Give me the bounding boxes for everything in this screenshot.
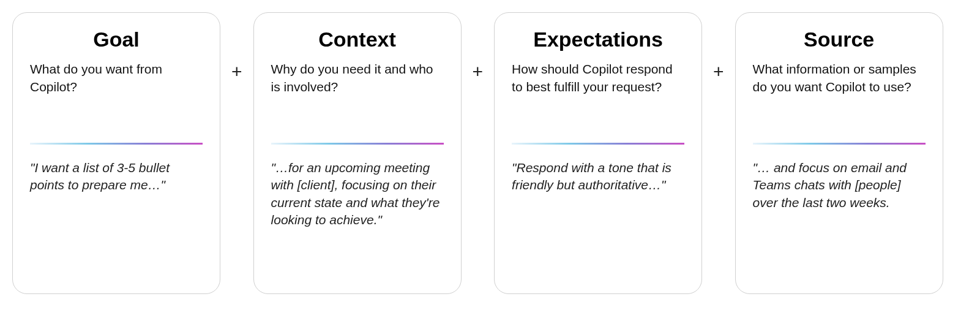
card-source: Source What information or samples do yo…	[735, 12, 943, 294]
card-question: What information or samples do you want …	[753, 60, 926, 118]
plus-separator: +	[711, 61, 727, 82]
card-example: "… and focus on email and Teams chats wi…	[753, 159, 926, 211]
plus-separator: +	[470, 61, 486, 82]
card-expectations: Expectations How should Copilot respond …	[494, 12, 702, 294]
card-example: "Respond with a tone that is friendly bu…	[512, 159, 684, 194]
card-title: Goal	[30, 28, 203, 51]
card-title: Expectations	[512, 28, 684, 51]
card-title: Context	[271, 28, 444, 51]
card-context: Context Why do you need it and who is in…	[253, 12, 462, 294]
card-example: "…for an upcoming meeting with [client],…	[271, 159, 444, 229]
gradient-divider	[30, 143, 203, 145]
cards-container: Goal What do you want from Copilot? "I w…	[12, 12, 968, 294]
card-question: What do you want from Copilot?	[30, 60, 203, 118]
card-goal: Goal What do you want from Copilot? "I w…	[12, 12, 220, 294]
gradient-divider	[512, 143, 684, 145]
gradient-divider	[753, 143, 926, 145]
card-question: How should Copilot respond to best fulfi…	[512, 60, 684, 118]
gradient-divider	[271, 143, 444, 145]
card-question: Why do you need it and who is involved?	[271, 60, 444, 118]
card-title: Source	[753, 28, 926, 51]
card-example: "I want a list of 3-5 bullet points to p…	[30, 159, 203, 194]
plus-separator: +	[229, 61, 245, 82]
